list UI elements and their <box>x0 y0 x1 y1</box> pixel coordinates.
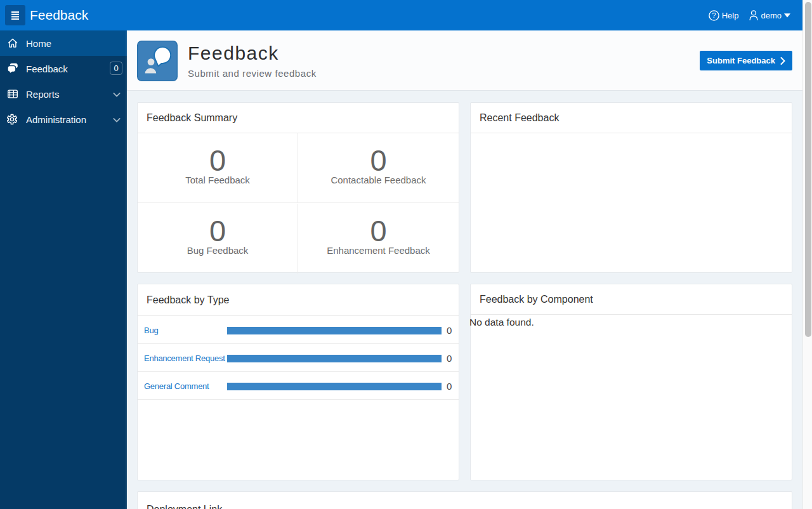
svg-text:?: ? <box>712 11 716 19</box>
